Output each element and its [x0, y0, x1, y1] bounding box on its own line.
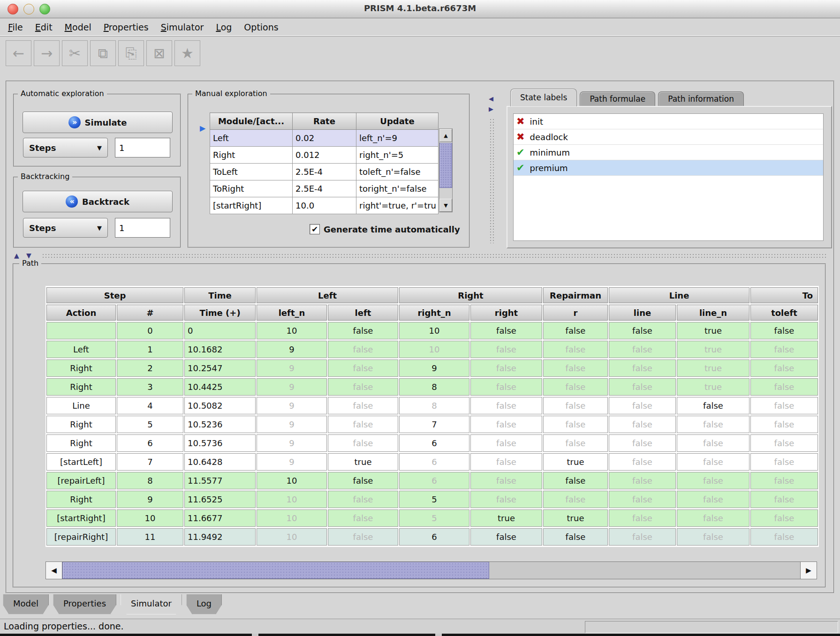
path-cell: false [543, 397, 608, 414]
scroll-down-button[interactable]: ▼ [439, 199, 452, 212]
path-cell: false [750, 453, 818, 471]
tab-path-formulae[interactable]: Path formulae [580, 91, 655, 106]
collapse-right-icon[interactable]: ▶ [489, 105, 493, 112]
path-table[interactable]: StepTimeLeftRightRepairmanLineToAction#T… [45, 286, 819, 547]
path-col-line-n: line_n [677, 305, 749, 321]
collapse-left-icon[interactable]: ◀ [489, 95, 493, 102]
path-cell: false [677, 453, 749, 471]
path-cell: false [543, 491, 608, 508]
path-cell: 9 [257, 359, 327, 377]
scroll-left-button[interactable]: ◀ [46, 562, 62, 579]
path-row-7[interactable]: [startLeft]710.64289true6falsetruefalsef… [46, 453, 818, 471]
manual-row-2[interactable]: ToLeft2.5E-4toleft_n'=false [210, 164, 439, 180]
tab-path-information[interactable]: Path information [658, 91, 744, 106]
collapse-up-icon[interactable]: ▲ [14, 252, 19, 259]
delete-button[interactable]: ⊠ [146, 40, 172, 66]
paste-button[interactable]: ⎘ [118, 40, 144, 66]
automatic-exploration-title: Automatic exploration [18, 89, 107, 98]
path-row-10[interactable]: [startRight]1011.667710false5truetruefal… [46, 509, 818, 527]
auto-steps-input[interactable] [115, 138, 170, 157]
menu-item-properties[interactable]: Properties [98, 18, 155, 36]
path-cell: 10.5082 [184, 397, 256, 414]
path-cell: false [750, 397, 818, 414]
simulate-button[interactable]: » Simulate [23, 112, 173, 133]
copy-button[interactable]: ⧉ [90, 40, 116, 66]
cut-button[interactable]: ✂ [62, 40, 88, 66]
path-cell: false [470, 397, 542, 414]
path-row-5[interactable]: Right510.52369false7falsefalsefalsefalse… [46, 416, 818, 433]
manual-row-0[interactable]: Left0.02left_n'=9 [210, 130, 439, 147]
state-label-init[interactable]: ✖init [514, 114, 823, 129]
path-cell: Right [46, 491, 116, 508]
manual-update-cell: toleft_n'=false [356, 164, 439, 180]
paste-icon: ⎘ [126, 45, 137, 62]
path-cell: 9 [257, 453, 327, 471]
collapse-down-icon[interactable]: ▼ [26, 252, 31, 259]
bottom-tab-simulator[interactable]: Simulator [121, 594, 182, 614]
backtrack-button[interactable]: « Backtrack [23, 191, 173, 212]
generate-time-checkbox[interactable]: ✔ [310, 224, 320, 234]
path-row-9[interactable]: Right911.652510false5falsefalsefalsefals… [46, 491, 818, 508]
path-scrollbar-thumb[interactable] [62, 562, 489, 579]
path-cell: 6 [117, 434, 183, 452]
path-cell: 9 [257, 397, 327, 414]
back-button[interactable]: ← [6, 40, 31, 66]
path-row-3[interactable]: Right310.44259false8falsefalsefalsetruef… [46, 378, 818, 396]
path-cell: false [328, 416, 398, 433]
tab-state-labels[interactable]: State labels [510, 89, 577, 106]
bottom-tab-log[interactable]: Log [186, 594, 222, 614]
path-row-1[interactable]: Left110.16829false10falsefalsefalsetruef… [46, 341, 818, 358]
state-label-premium[interactable]: ✔premium [514, 160, 823, 176]
path-cell: Right [46, 359, 116, 377]
menu-item-model[interactable]: Model [59, 18, 98, 36]
manual-table-scrollbar[interactable]: ▲ ▼ [439, 128, 453, 212]
manual-row-4[interactable]: [startRight]10.0right'=true, r'=tru [210, 197, 439, 214]
path-row-2[interactable]: Right210.25479false9falsefalsefalsetruef… [46, 359, 818, 377]
splitter-grip[interactable] [42, 253, 827, 259]
manual-exploration-table[interactable]: Module/[act...RateUpdateLeft0.02left_n'=… [210, 112, 439, 214]
manual-row-3[interactable]: ToRight2.5E-4toright_n'=false [210, 180, 439, 197]
scroll-right-button[interactable]: ▶ [800, 562, 817, 579]
backtrack-steps-combo[interactable]: Steps ▼ [23, 218, 108, 238]
path-cell: false [609, 378, 676, 396]
vertical-splitter[interactable]: ◀ ▶ [487, 94, 497, 245]
menu-item-simulator[interactable]: Simulator [155, 18, 210, 36]
path-cell: 5 [399, 491, 469, 508]
bottom-tab-properties[interactable]: Properties [53, 594, 116, 614]
path-cell [46, 322, 116, 339]
star-button[interactable]: ★ [174, 40, 200, 66]
backtrack-steps-input[interactable] [115, 218, 170, 238]
path-group-left: Left [257, 287, 398, 303]
path-cell: false [609, 397, 676, 414]
path-cell: false [677, 434, 749, 452]
manual-col-header-update: Update [356, 113, 439, 130]
auto-steps-combo[interactable]: Steps ▼ [23, 138, 108, 157]
menu-item-file[interactable]: File [2, 18, 29, 36]
horizontal-splitter[interactable]: ▲ ▼ [7, 251, 832, 261]
simulate-icon: » [68, 116, 81, 128]
path-cell: 9 [117, 491, 183, 508]
path-cell: 10 [257, 472, 327, 489]
manual-module-cell: ToRight [210, 180, 293, 197]
state-label-minimum[interactable]: ✔minimum [514, 145, 823, 160]
scroll-up-button[interactable]: ▲ [439, 129, 452, 142]
bottom-tab-model[interactable]: Model [3, 594, 49, 614]
path-column-header-row: Action#Time (+)left_nleftright_nrightrli… [46, 305, 818, 321]
state-label-deadlock[interactable]: ✖deadlock [514, 129, 823, 145]
manual-scrollbar-thumb[interactable] [439, 143, 452, 188]
path-row-8[interactable]: [repairLeft]811.557710false6falsefalsefa… [46, 472, 818, 489]
path-row-4[interactable]: Line410.50829false8falsefalsefalsefalsef… [46, 397, 818, 414]
menu-item-edit[interactable]: Edit [29, 18, 59, 36]
forward-button[interactable]: → [34, 40, 60, 66]
menu-item-log[interactable]: Log [210, 18, 238, 36]
path-cell: false [543, 416, 608, 433]
path-scrollbar[interactable]: ◀ ▶ [45, 561, 817, 579]
manual-row-1[interactable]: Right0.012right_n'=5 [210, 147, 439, 164]
path-row-6[interactable]: Right610.57369false6falsefalsefalsefalse… [46, 434, 818, 452]
path-row-0[interactable]: 0010false10falsefalsefalsetruefalse [46, 322, 818, 339]
backtrack-icon: « [66, 195, 78, 208]
path-row-11[interactable]: [repairRight]1111.949210false6falsefalse… [46, 528, 818, 546]
back-icon: ← [13, 45, 24, 61]
splitter-grip[interactable] [489, 118, 495, 243]
menu-item-options[interactable]: Options [238, 18, 284, 36]
